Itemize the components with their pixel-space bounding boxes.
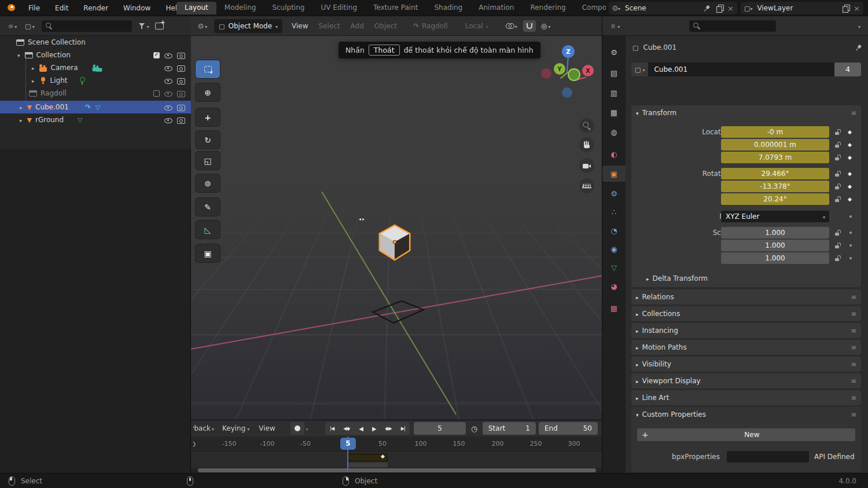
measure-tool[interactable]: ◺ (196, 221, 220, 239)
properties-editor-type-icon[interactable] (609, 23, 617, 28)
timeline-ruler[interactable]: -150 -100 -50 50 100 150 200 250 300 5 (191, 436, 602, 452)
hide-eye-icon[interactable] (164, 116, 172, 124)
disable-render-camera-icon[interactable] (176, 76, 185, 85)
mode-dropdown[interactable]: Object Mode (214, 19, 282, 33)
tab-compositing[interactable]: Compositing (574, 2, 606, 14)
scene-selector[interactable]: Scene (609, 2, 737, 14)
keyframe-diamond-icon[interactable] (848, 153, 852, 161)
tab-sculpting[interactable]: Sculpting (264, 2, 312, 14)
keyframe-diamond-icon[interactable] (848, 140, 852, 148)
hide-eye-icon[interactable] (164, 76, 172, 85)
disclosure-triangle-icon[interactable] (17, 51, 20, 59)
gizmo-y-axis[interactable]: Y (554, 63, 565, 75)
keyframe-diamond-icon[interactable] (848, 127, 852, 135)
keyframe-diamond-icon[interactable] (381, 453, 385, 459)
proportional-editing-icon[interactable] (541, 22, 547, 30)
menu-object[interactable]: Object (374, 22, 397, 30)
disclosure-triangle-icon[interactable] (32, 76, 35, 85)
copy-icon[interactable] (716, 4, 723, 12)
viewport-3d[interactable]: Object Mode View Select Add Object Ragdo… (191, 16, 602, 420)
tab-texture-paint[interactable]: Texture Paint (365, 2, 426, 14)
tab-animation[interactable]: Animation (470, 2, 522, 14)
disable-render-camera-icon[interactable] (176, 51, 185, 59)
playback-menu[interactable]: Playback (193, 424, 211, 432)
viewport-editor-type-icon[interactable] (198, 22, 204, 30)
filter-icon[interactable] (139, 23, 146, 29)
annotate-tool[interactable]: ✎ (196, 198, 220, 216)
disable-render-camera-icon[interactable] (176, 103, 185, 111)
zoom-button[interactable] (579, 118, 594, 133)
tab-constraints[interactable]: ◉ (602, 241, 626, 257)
location-x-field[interactable]: -0 m (721, 126, 829, 138)
drag-handle-icon[interactable] (851, 394, 856, 402)
outliner-row-collection[interactable]: Collection (0, 49, 191, 61)
tab-object-data[interactable]: ▽ (602, 259, 626, 276)
visibility-panel[interactable]: Visibility (631, 357, 861, 372)
disclosure-triangle-icon[interactable] (20, 116, 23, 124)
pan-button[interactable] (579, 137, 594, 152)
menu-add[interactable]: Add (351, 22, 364, 30)
menu-select[interactable]: Select (319, 22, 340, 30)
scene-name[interactable]: Scene (620, 4, 703, 12)
gizmo-z-axis[interactable]: Z (562, 45, 575, 58)
disable-render-camera-icon[interactable] (176, 116, 185, 124)
tab-uv-editing[interactable]: UV Editing (312, 2, 365, 14)
disclosure-triangle-icon[interactable] (32, 64, 35, 72)
viewlayer-name[interactable]: ViewLayer (752, 4, 842, 12)
rotation-mode-dropdown[interactable]: XYZ Euler (721, 211, 829, 222)
play-reverse-button[interactable]: ◀ (359, 425, 363, 432)
start-frame-field[interactable]: Start 1 (483, 422, 536, 435)
tab-layout[interactable]: Layout (176, 2, 216, 14)
object-type-dropdown[interactable] (631, 63, 648, 76)
tab-physics[interactable]: ◔ (602, 222, 626, 239)
pin-icon[interactable] (853, 42, 863, 53)
animate-dot-icon[interactable] (849, 232, 852, 234)
collection-checkbox[interactable] (153, 90, 160, 97)
lock-icon[interactable] (834, 196, 841, 203)
drag-handle-icon[interactable] (851, 343, 856, 351)
hide-eye-icon[interactable] (164, 103, 172, 111)
lock-icon[interactable] (834, 170, 841, 177)
scale-x-field[interactable]: 1.000 (721, 227, 829, 239)
motion-paths-panel[interactable]: Motion Paths (631, 340, 861, 355)
location-y-field[interactable]: 0.000001 m (721, 139, 829, 151)
tab-modifiers[interactable]: ⚙ (602, 185, 626, 201)
current-frame-field[interactable]: 5 (414, 422, 466, 435)
hide-eye-icon[interactable] (164, 89, 172, 97)
copy-icon[interactable] (842, 4, 849, 12)
gizmo-x-neg-axis[interactable] (541, 68, 551, 79)
hide-eye-icon[interactable] (164, 64, 172, 72)
prev-keyframe-button[interactable]: ◀◆ (343, 425, 350, 431)
menu-file[interactable]: File (21, 4, 47, 12)
new-property-button[interactable]: New (637, 428, 855, 441)
drag-handle-icon[interactable] (851, 377, 856, 385)
rotate-tool[interactable]: ↻ (196, 131, 220, 149)
pin-icon[interactable] (701, 3, 712, 13)
outliner-row-rground[interactable]: rGround (0, 113, 191, 126)
cube-object[interactable] (375, 222, 414, 263)
lock-icon[interactable] (834, 154, 841, 161)
outliner-editor-type-icon[interactable] (8, 22, 13, 30)
close-icon[interactable] (854, 4, 860, 13)
perspective-toggle-button[interactable] (579, 178, 594, 193)
viewport-canvas[interactable]: ◂▸ ⊕ + ↻ ◱ ⊚ ✎ ◺ ▣ Nhấn Thoát để thoát k… (191, 36, 602, 420)
gizmo-z-neg-axis[interactable] (562, 87, 572, 98)
disclosure-triangle-icon[interactable] (20, 103, 23, 111)
blender-logo-icon[interactable] (6, 3, 17, 13)
outliner-row-ragdoll[interactable]: Ragdoll (0, 87, 191, 100)
viewlayer-selector[interactable]: ViewLayer (741, 2, 863, 14)
snapping-toggle[interactable] (523, 20, 536, 32)
object-name-field[interactable]: Cube.001 (648, 63, 834, 76)
tab-output[interactable]: ▥ (602, 85, 626, 101)
properties-search-input[interactable] (689, 20, 776, 32)
transform-tool[interactable]: ⊚ (196, 174, 220, 192)
bpx-properties-field[interactable] (727, 451, 809, 463)
clock-icon[interactable] (471, 424, 477, 433)
close-icon[interactable] (727, 4, 734, 13)
lock-icon[interactable] (834, 183, 841, 190)
lock-icon[interactable] (834, 229, 841, 236)
cursor-tool[interactable]: ⊕ (196, 83, 220, 101)
tab-modeling[interactable]: Modeling (216, 2, 264, 14)
rotation-x-field[interactable]: 29.466° (721, 168, 829, 179)
add-primitive-tool[interactable]: ▣ (196, 244, 220, 262)
